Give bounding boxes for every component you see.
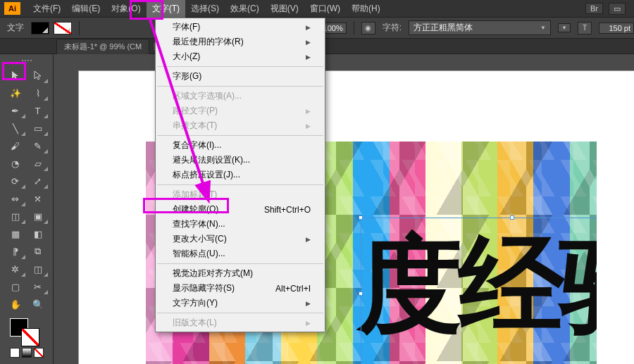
tool-direct-selection[interactable]: [27, 67, 49, 84]
document-tab-label: 未标题-1* @ 99% (CM: [64, 42, 142, 52]
menu-item-标点挤压设置J[interactable]: 标点挤压设置(J)...: [156, 168, 325, 182]
menu-item-智能标点U[interactable]: 智能标点(U)...: [156, 246, 325, 261]
menu-file[interactable]: 文件(F): [27, 0, 66, 18]
menu-item-更改大小写C[interactable]: 更改大小写(C)▶: [156, 232, 325, 246]
font-family-value: 方正正粗黑简体: [414, 22, 473, 34]
menu-type[interactable]: 文字(T): [147, 0, 185, 18]
tool-hand[interactable]: ✋: [4, 296, 26, 313]
menu-effect[interactable]: 效果(C): [225, 0, 265, 18]
menu-item-创建轮廓O[interactable]: 创建轮廓(O)Shift+Ctrl+O: [156, 202, 325, 217]
selection-bounding-box[interactable]: [361, 218, 597, 364]
tool-shape-builder[interactable]: ◫: [4, 208, 26, 225]
tool-zoom[interactable]: 🔍: [27, 296, 49, 313]
tool-magic-wand[interactable]: ✨: [4, 84, 26, 101]
tool-type[interactable]: T: [27, 102, 49, 119]
tool-slice[interactable]: ✂: [27, 278, 49, 295]
panel-grip[interactable]: [0, 57, 53, 64]
tool-perspective[interactable]: ▣: [27, 208, 49, 225]
menu-item-视觉边距对齐方式M[interactable]: 视觉边距对齐方式(M): [156, 266, 325, 281]
menu-item-shortcut: Alt+Ctrl+I: [275, 284, 311, 294]
stroke-swatch[interactable]: [54, 22, 72, 34]
menu-item-大小Z[interactable]: 大小(Z)▶: [156, 49, 325, 64]
drawmode-none[interactable]: [34, 348, 44, 358]
menu-separator: [157, 66, 323, 67]
menu-separator: [157, 263, 323, 264]
menu-item-文字方向Y[interactable]: 文字方向(Y)▶: [156, 296, 325, 310]
type-menu-dropdown: 字体(F)▶最近使用的字体(R)▶大小(Z)▶字形(G)区域文字选项(A)...…: [155, 18, 325, 332]
font-style-dropdown[interactable]: ▼: [558, 23, 571, 32]
menu-item-label: 最近使用的字体(R): [173, 36, 244, 48]
menu-item-避头尾法则设置K[interactable]: 避头尾法则设置(K)...: [156, 153, 325, 168]
tool-symbol-spray[interactable]: ✲: [4, 261, 26, 277]
drawmode-color[interactable]: [10, 348, 20, 358]
fill-stroke-indicator[interactable]: [0, 317, 53, 346]
selection-label: 文字: [7, 22, 24, 34]
tool-artboard[interactable]: ▢: [4, 278, 26, 295]
tool-blob[interactable]: ◔: [4, 155, 26, 172]
menubar: Ai 文件(F) 编辑(E) 对象(O) 文字(T) 选择(S) 效果(C) 视…: [0, 0, 634, 18]
fill-swatch[interactable]: [31, 22, 49, 34]
tool-pen[interactable]: ✒: [4, 102, 26, 119]
menu-item-label: 显示隐藏字符(S): [173, 282, 235, 294]
menu-item-label: 更改大小写(C): [173, 233, 227, 245]
tool-graph[interactable]: ◫: [27, 261, 49, 277]
font-size-field[interactable]: 150 pt: [599, 23, 634, 34]
tool-selection[interactable]: [4, 67, 26, 84]
submenu-arrow-icon: ▶: [306, 54, 311, 61]
app-logo: Ai: [4, 2, 20, 15]
menu-item-字体F[interactable]: 字体(F)▶: [156, 20, 325, 34]
drawmode-gradient[interactable]: [22, 348, 32, 358]
menu-item-区域文字选项A: 区域文字选项(A)...: [156, 89, 325, 103]
menu-item-label: 查找字体(N)...: [173, 218, 225, 230]
menu-view[interactable]: 视图(V): [265, 0, 304, 18]
menu-object[interactable]: 对象(O): [106, 0, 146, 18]
menu-separator: [157, 86, 323, 87]
tool-width[interactable]: ⇔: [4, 190, 26, 207]
stroke-color[interactable]: [21, 328, 39, 346]
menu-edit[interactable]: 编辑(E): [66, 0, 106, 18]
tool-rectangle[interactable]: ▭: [27, 120, 49, 137]
tool-scale[interactable]: ⤢: [27, 172, 49, 189]
bridge-chip[interactable]: Br: [585, 3, 603, 14]
tool-eraser[interactable]: ▱: [27, 155, 49, 172]
menubar-extra-icon[interactable]: ▭: [609, 3, 626, 15]
tool-blend[interactable]: ⧉: [27, 243, 49, 260]
tool-lasso[interactable]: ⌇: [27, 84, 49, 101]
tool-gradient[interactable]: ◧: [27, 225, 49, 242]
separator: [354, 21, 354, 35]
handle-mid-left[interactable]: [359, 291, 363, 296]
tool-mesh[interactable]: ▦: [4, 225, 26, 242]
menu-window[interactable]: 窗口(W): [304, 0, 346, 18]
menu-item-查找字体N[interactable]: 查找字体(N)...: [156, 217, 325, 232]
menu-help[interactable]: 帮助(H): [346, 0, 386, 18]
menu-item-复合字体I[interactable]: 复合字体(I)...: [156, 138, 325, 153]
tool-pencil[interactable]: ✎: [27, 137, 49, 154]
tool-line[interactable]: ╲: [4, 120, 26, 137]
menu-item-label: 添加标题(T): [173, 189, 217, 201]
menu-item-shortcut: Shift+Ctrl+O: [264, 205, 311, 215]
menu-item-字形G[interactable]: 字形(G): [156, 69, 325, 84]
submenu-arrow-icon: ▶: [306, 123, 311, 130]
submenu-arrow-icon: ▶: [306, 236, 311, 243]
handle-top-center[interactable]: [510, 215, 514, 220]
canvas[interactable]: 度经验: [54, 54, 634, 364]
document-tab[interactable]: 未标题-1* @ 99% (CM: [56, 39, 149, 54]
recolor-icon[interactable]: ◉: [361, 22, 375, 34]
handle-top-left[interactable]: [359, 215, 363, 220]
submenu-arrow-icon: ▶: [306, 300, 311, 307]
tool-paintbrush[interactable]: 🖌: [4, 137, 26, 154]
menu-item-label: 创建轮廓(O): [173, 203, 218, 215]
submenu-arrow-icon: ▶: [306, 24, 311, 31]
menu-item-添加标题T: 添加标题(T): [156, 187, 325, 202]
tool-eyedropper[interactable]: ⁋: [4, 243, 26, 260]
menu-select[interactable]: 选择(S): [185, 0, 225, 18]
menu-item-label: 复合字体(I)...: [173, 139, 221, 151]
menu-item-最近使用的字体R[interactable]: 最近使用的字体(R)▶: [156, 34, 325, 49]
menu-item-label: 智能标点(U)...: [173, 248, 225, 260]
menu-item-显示隐藏字符S[interactable]: 显示隐藏字符(S)Alt+Ctrl+I: [156, 281, 325, 296]
tool-rotate[interactable]: ⟳: [4, 172, 26, 189]
menu-item-label: 字形(G): [173, 70, 201, 82]
font-family-dropdown[interactable]: 方正正粗黑简体 ▼: [409, 20, 551, 35]
submenu-arrow-icon: ▶: [306, 108, 311, 115]
tool-free-transform[interactable]: ⤧: [27, 190, 49, 207]
